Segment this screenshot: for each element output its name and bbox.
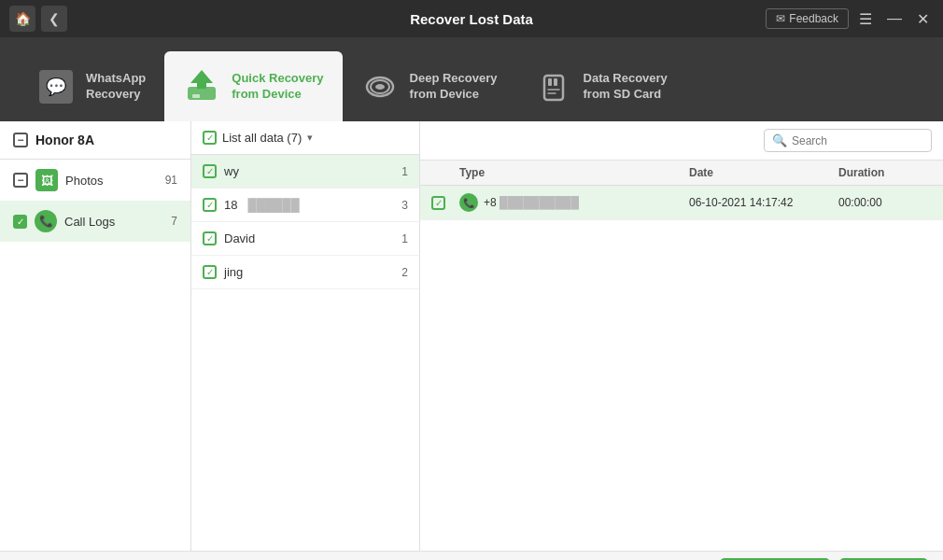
feedback-label: Feedback xyxy=(789,12,838,25)
svg-rect-9 xyxy=(548,78,552,86)
list-item[interactable]: David 1 xyxy=(191,222,419,256)
tab-sdcard[interactable]: Data Recovery from SD Card xyxy=(516,51,686,121)
quick-recovery-tab-label: Quick Recovery from Device xyxy=(232,71,323,103)
wy-count: 1 xyxy=(401,165,408,178)
title-bar-right: ✉ Feedback ☰ — ✕ xyxy=(766,8,934,29)
collapse-photos-icon[interactable]: − xyxy=(13,173,28,188)
list-header: List all data (7) ▾ xyxy=(191,121,419,155)
right-toolbar: 🔍 xyxy=(420,121,943,161)
wy-name: wy xyxy=(224,164,239,178)
header-date: Date xyxy=(689,166,838,179)
table-header: Type Date Duration xyxy=(420,161,943,186)
david-name: David xyxy=(224,231,255,245)
search-input[interactable] xyxy=(792,134,923,147)
row1-checkbox[interactable] xyxy=(431,196,445,210)
sidebar-item-calllogs[interactable]: 📞 Call Logs 7 xyxy=(0,201,190,242)
list-header-label: List all data (7) xyxy=(222,131,302,145)
title-bar-nav: 🏠 ❮ xyxy=(9,6,67,32)
svg-rect-2 xyxy=(188,87,216,100)
device-name: Honor 8A xyxy=(35,133,94,147)
tab-quick-recovery[interactable]: Quick Recovery from Device xyxy=(164,51,342,121)
jing-name: jing xyxy=(224,265,243,279)
svg-rect-10 xyxy=(554,78,557,86)
hamburger-button[interactable]: ☰ xyxy=(854,10,877,28)
jing-checkbox[interactable] xyxy=(203,265,217,279)
search-icon: 🔍 xyxy=(772,133,787,147)
row1-type-text: +8 ██████████ xyxy=(484,196,579,209)
18-obscured: ██████ xyxy=(247,198,299,212)
search-box[interactable]: 🔍 xyxy=(764,129,932,152)
row1-date: 06-10-2021 14:17:42 xyxy=(689,196,838,209)
whatsapp-tab-icon: 💬 xyxy=(37,68,75,105)
list-item[interactable]: 18 ██████ 3 xyxy=(191,189,419,222)
whatsapp-tab-label: WhatsApp Recovery xyxy=(86,71,146,103)
calllogs-checkbox[interactable] xyxy=(13,215,27,229)
photos-count: 91 xyxy=(165,174,177,187)
tab-bar: 💬 WhatsApp Recovery Quick Recovery from … xyxy=(0,37,943,121)
calllogs-count: 7 xyxy=(171,215,177,228)
header-type: Type xyxy=(459,166,689,179)
calllogs-icon: 📞 xyxy=(35,210,57,232)
title-bar: 🏠 ❮ Recover Lost Data ✉ Feedback ☰ — ✕ xyxy=(0,0,943,37)
table-row[interactable]: 📞 +8 ██████████ 06-10-2021 14:17:42 00:0… xyxy=(420,186,943,220)
minimize-button[interactable]: — xyxy=(882,10,907,27)
list-select-all-checkbox[interactable] xyxy=(203,131,217,145)
quick-recovery-tab-icon xyxy=(183,68,220,105)
mail-icon: ✉ xyxy=(776,12,785,25)
row1-type: 📞 +8 ██████████ xyxy=(459,193,689,212)
home-button[interactable]: 🏠 xyxy=(9,6,35,32)
david-checkbox[interactable] xyxy=(203,231,217,245)
jing-count: 2 xyxy=(401,266,408,279)
sidebar-item-photos[interactable]: − 🖼 Photos 91 xyxy=(0,160,190,201)
photos-label: Photos xyxy=(65,174,103,188)
18-checkbox[interactable] xyxy=(203,198,217,212)
back-button[interactable]: ❮ xyxy=(41,6,67,32)
footer: 98 items, 8 items selected. Unselect ⬆ T… xyxy=(0,551,943,560)
collapse-device-icon[interactable]: − xyxy=(13,133,28,147)
calllogs-label: Call Logs xyxy=(64,215,115,229)
list-item[interactable]: wy 1 xyxy=(191,155,419,189)
photos-icon: 🖼 xyxy=(35,169,58,191)
deep-recovery-tab-icon xyxy=(361,68,399,105)
sdcard-tab-label: Data Recovery from SD Card xyxy=(584,71,668,103)
device-header: − Honor 8A xyxy=(0,121,190,160)
18-name: 18 xyxy=(224,198,237,212)
contact-list: List all data (7) ▾ wy 1 18 ██████ 3 Dav… xyxy=(191,121,420,551)
18-count: 3 xyxy=(401,199,408,212)
svg-text:💬: 💬 xyxy=(46,77,67,97)
list-dropdown-arrow[interactable]: ▾ xyxy=(307,132,313,144)
main-area: − Honor 8A − 🖼 Photos 91 📞 Call Logs 7 L… xyxy=(0,121,943,551)
tab-whatsapp[interactable]: 💬 WhatsApp Recovery xyxy=(19,51,164,121)
feedback-button[interactable]: ✉ Feedback xyxy=(766,8,849,29)
detail-panel: 🔍 Type Date Duration 📞 +8 ██████████ 06-… xyxy=(420,121,943,551)
row1-duration: 00:00:00 xyxy=(838,196,932,209)
svg-point-7 xyxy=(375,84,385,90)
tab-deep-recovery[interactable]: Deep Recovery from Device xyxy=(343,51,516,121)
list-item[interactable]: jing 2 xyxy=(191,256,419,289)
deep-recovery-tab-label: Deep Recovery from Device xyxy=(410,71,498,103)
phone-call-icon: 📞 xyxy=(459,193,478,212)
sidebar: − Honor 8A − 🖼 Photos 91 📞 Call Logs 7 xyxy=(0,121,191,551)
svg-rect-4 xyxy=(192,94,200,98)
svg-marker-3 xyxy=(190,70,213,89)
header-duration: Duration xyxy=(838,166,932,179)
app-title: Recover Lost Data xyxy=(410,11,533,27)
svg-rect-8 xyxy=(544,76,563,100)
david-count: 1 xyxy=(401,232,408,245)
close-button[interactable]: ✕ xyxy=(912,10,934,28)
sdcard-tab-icon xyxy=(535,68,572,105)
wy-checkbox[interactable] xyxy=(203,164,217,178)
